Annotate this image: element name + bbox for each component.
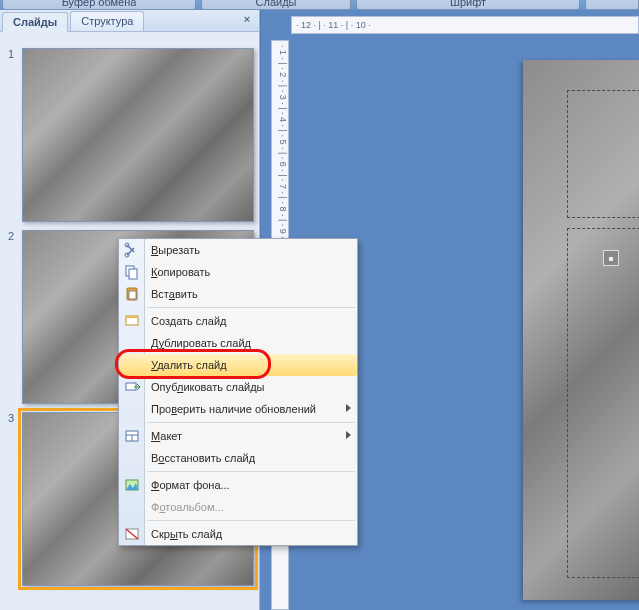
ribbon-group-font-label: Шрифт [450, 0, 486, 8]
tab-structure[interactable]: Структура [70, 11, 144, 31]
ctx-cut-label: ырезать [158, 244, 200, 256]
ctx-check-updates[interactable]: Проверить наличие обновлений [119, 398, 357, 420]
chevron-right-icon [346, 431, 351, 439]
publish-icon [123, 378, 141, 396]
horizontal-ruler: · 12 · | · 11 · | · 10 · [291, 16, 639, 34]
panel-tabs: Слайды Структура × [0, 10, 259, 32]
svg-rect-5 [129, 291, 136, 299]
ctx-reset-slide[interactable]: Восстановить слайд [119, 447, 357, 469]
context-menu: Вырезать Копировать Вставить Создать сла… [118, 238, 358, 546]
ctx-hide-slide[interactable]: Скрыть слайд [119, 523, 357, 545]
hide-slide-icon [123, 525, 141, 543]
tab-slides[interactable]: Слайды [2, 12, 68, 32]
ribbon-group-extra [585, 0, 639, 10]
thumbnail-number: 1 [8, 48, 14, 60]
ctx-copy[interactable]: Копировать [119, 261, 357, 283]
ctx-separator [147, 422, 355, 423]
layout-icon [123, 427, 141, 445]
title-placeholder[interactable] [567, 90, 639, 218]
ctx-duplicate-slide[interactable]: Дублировать слайд [119, 332, 357, 354]
format-background-icon [123, 476, 141, 494]
ctx-cut[interactable]: Вырезать [119, 239, 357, 261]
ctx-separator [147, 520, 355, 521]
copy-icon [123, 263, 141, 281]
ctx-separator [147, 307, 355, 308]
new-slide-icon [123, 312, 141, 330]
ctx-layout[interactable]: Макет [119, 425, 357, 447]
ribbon-groups-strip: Буфер обмена Слайды Шрифт [0, 0, 639, 10]
paste-icon [123, 285, 141, 303]
thumbnail-number: 3 [8, 412, 14, 424]
ribbon-group-clipboard-label: Буфер обмена [62, 0, 137, 8]
ctx-new-slide[interactable]: Создать слайд [119, 310, 357, 332]
ribbon-group-slides-label: Слайды [256, 0, 297, 8]
thumbnail-item[interactable]: 1 [4, 48, 255, 222]
slide-edit-surface[interactable] [523, 60, 639, 600]
ctx-photoalbum: Фотоальбом... [119, 496, 357, 518]
ribbon-group-font: Шрифт [356, 0, 580, 10]
ribbon-group-slides: Слайды [201, 0, 351, 10]
ribbon-group-clipboard: Буфер обмена [2, 0, 196, 10]
chevron-right-icon [346, 404, 351, 412]
ctx-separator [147, 471, 355, 472]
scissors-icon [123, 241, 141, 259]
thumbnail-number: 2 [8, 230, 14, 242]
svg-rect-7 [126, 316, 138, 318]
thumbnail-preview [22, 48, 254, 222]
ctx-publish-slides[interactable]: Опубликовать слайды [119, 376, 357, 398]
ctx-paste[interactable]: Вставить [119, 283, 357, 305]
svg-rect-3 [129, 269, 137, 279]
placeholder-handle-icon [603, 250, 619, 266]
ctx-format-background[interactable]: Формат фона... [119, 474, 357, 496]
content-placeholder[interactable] [567, 228, 639, 578]
ctx-delete-slide[interactable]: Удалить слайд [119, 354, 357, 376]
close-panel-button[interactable]: × [241, 14, 253, 26]
